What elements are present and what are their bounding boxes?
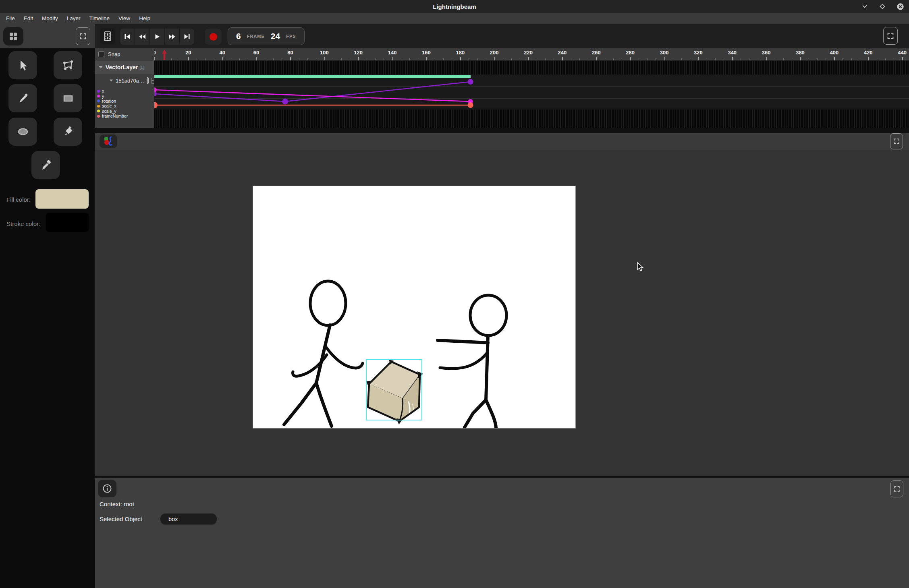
skip-start-icon	[123, 33, 131, 40]
cursor-icon	[17, 59, 29, 72]
menu-item-modify[interactable]: Modify	[37, 13, 62, 24]
layer-expander-icon[interactable]	[99, 66, 103, 68]
timeline-property-scale_y[interactable]: scale_y	[95, 109, 154, 114]
minimize-chevron-icon[interactable]	[861, 2, 869, 10]
ruler-major-tick	[868, 57, 869, 60]
property-color-dot	[97, 110, 100, 112]
play-button[interactable]	[150, 29, 165, 45]
timeline-track[interactable]	[154, 60, 909, 128]
property-name: x	[102, 89, 104, 93]
ruler-major-tick	[188, 57, 189, 60]
fast-forward-button[interactable]	[165, 29, 180, 45]
transport-controls	[120, 29, 194, 45]
menu-item-help[interactable]: Help	[135, 13, 155, 24]
selected-object-label: Selected Object	[100, 516, 142, 522]
menu-item-file[interactable]: File	[2, 13, 19, 24]
record-button[interactable]	[205, 29, 222, 45]
pencil-tool-button[interactable]	[8, 84, 37, 112]
figure-right-leg-right	[486, 400, 496, 428]
timeline-ruler[interactable]: 0204060801001201401601802002202402602803…	[154, 48, 909, 61]
timeline-panel: 6 FRAME 24 FPS Snap 02040608010012014016…	[95, 24, 909, 128]
figure-left-arm-front	[325, 346, 363, 368]
tools-fullscreen-button[interactable]	[76, 27, 90, 45]
frame-fps-display: 6 FRAME 24 FPS	[228, 27, 305, 45]
ruler-major-tick	[324, 57, 325, 60]
paint-bucket-tool-button[interactable]	[54, 118, 82, 146]
keyframe-x[interactable]	[468, 79, 473, 85]
canvas-area[interactable]	[95, 150, 909, 476]
layer-sidebar: VectorLayer [L] 151ad70a… ~ xyrotationsc…	[95, 60, 154, 128]
fill-color-swatch[interactable]	[35, 189, 89, 209]
tool-sidebar: Fill color: Stroke color:	[0, 24, 95, 588]
menu-item-edit[interactable]: Edit	[19, 13, 37, 24]
property-name: rotation	[102, 99, 116, 104]
stick-figure-left[interactable]	[284, 281, 363, 426]
rectangle-tool-button[interactable]	[54, 84, 82, 112]
timeline-property-scale_x[interactable]: scale_x	[95, 104, 154, 108]
timeline-film-button[interactable]	[100, 28, 115, 44]
fullscreen-icon	[886, 31, 895, 40]
ruler-label: 260	[592, 50, 601, 56]
canvas-fullscreen-button[interactable]	[890, 133, 903, 149]
property-name: scale_y	[102, 109, 116, 114]
skip-to-end-button[interactable]	[180, 29, 194, 45]
ruler-label: 420	[864, 50, 873, 56]
timeline-fullscreen-button[interactable]	[883, 27, 898, 45]
inspector-fullscreen-button[interactable]	[890, 480, 903, 497]
ruler-label: 400	[830, 50, 839, 56]
select-tool-button[interactable]	[8, 51, 37, 79]
snap-checkbox[interactable]	[98, 51, 104, 57]
fill-color-label: Fill color:	[6, 196, 31, 203]
eyedropper-icon	[39, 159, 52, 172]
timeline-property-x[interactable]: x	[95, 89, 154, 93]
skip-to-start-button[interactable]	[120, 29, 135, 45]
keyframe-frameNumber[interactable]	[154, 102, 158, 108]
info-button[interactable]	[98, 480, 116, 497]
ruler-major-tick	[528, 57, 529, 60]
menu-item-view[interactable]: View	[114, 13, 135, 24]
object-curve-toggle-button[interactable]: ~	[151, 78, 154, 84]
transform-tool-button[interactable]	[54, 51, 82, 79]
info-icon	[102, 483, 112, 494]
object-row[interactable]: 151ad70a… ~	[95, 75, 154, 86]
ruler-label: 360	[762, 50, 771, 56]
tool-sidebar-header	[0, 24, 95, 48]
ruler-label: 160	[422, 50, 431, 56]
ellipse-tool-button[interactable]	[8, 118, 37, 146]
menu-item-timeline[interactable]: Timeline	[85, 13, 114, 24]
fullscreen-icon	[892, 137, 901, 145]
fast-forward-icon	[168, 33, 176, 40]
ruler-label: 40	[220, 50, 225, 56]
stroke-color-swatch[interactable]	[46, 213, 89, 232]
timeline-property-frameNumber[interactable]: frameNumber	[95, 114, 154, 118]
curve-y	[154, 90, 471, 101]
box-object[interactable]	[366, 360, 423, 424]
rewind-button[interactable]	[135, 29, 150, 45]
keyframe-y[interactable]	[154, 87, 157, 92]
timeline-property-rotation[interactable]: rotation	[95, 99, 154, 104]
layer-row-vectorlayer[interactable]: VectorLayer [L]	[95, 60, 154, 74]
keyframe-frameNumber[interactable]	[468, 102, 473, 108]
maximize-diamond-icon[interactable]	[878, 2, 886, 10]
property-color-dot	[97, 105, 100, 108]
timeline-property-y[interactable]: y	[95, 93, 154, 98]
panel-grid-button[interactable]	[3, 27, 23, 46]
selected-object-field[interactable]: box	[160, 513, 217, 524]
ruler-label: 300	[660, 50, 669, 56]
ruler-major-tick	[256, 57, 257, 60]
object-expander-icon[interactable]	[110, 79, 113, 81]
shapes-button[interactable]	[100, 135, 117, 148]
menu-item-layer[interactable]: Layer	[62, 13, 85, 24]
fps-value: 24	[271, 31, 280, 41]
keyframe-x[interactable]	[282, 99, 288, 105]
property-name: frameNumber	[102, 114, 128, 118]
stage[interactable]	[253, 186, 575, 428]
window-controls	[861, 0, 904, 13]
selected-object-value: box	[168, 516, 178, 522]
close-icon[interactable]	[896, 2, 904, 10]
ruler-major-tick	[800, 57, 801, 60]
object-color-swatch-button[interactable]	[147, 77, 149, 84]
eyedropper-tool-button[interactable]	[31, 151, 60, 179]
property-name: scale_x	[102, 104, 116, 108]
stick-figure-right[interactable]	[438, 295, 506, 428]
